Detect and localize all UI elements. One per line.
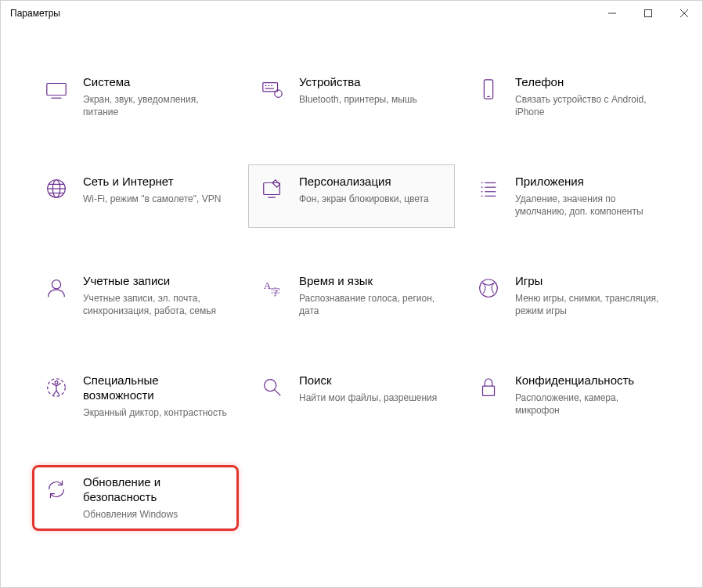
category-personalization[interactable]: Персонализация Фон, экран блокировки, цв… [248, 164, 455, 228]
category-title: Система [83, 75, 227, 90]
category-title: Время и язык [299, 274, 443, 289]
window-title: Параметры [10, 8, 60, 19]
category-time-language[interactable]: A字 Время и язык Распознавание голоса, ре… [248, 264, 455, 327]
category-subtitle: Bluetooth, принтеры, мышь [299, 93, 443, 106]
category-search[interactable]: Поиск Найти мои файлы, разрешения [248, 363, 455, 429]
category-title: Устройства [299, 75, 443, 90]
category-subtitle: Найти мои файлы, разрешения [299, 391, 443, 404]
language-icon: A字 [260, 276, 285, 301]
category-title: Телефон [515, 75, 659, 90]
category-gaming[interactable]: Игры Меню игры, снимки, трансляция, режи… [464, 264, 671, 327]
category-subtitle: Экран, звук, уведомления, питание [83, 93, 227, 118]
svg-line-36 [275, 390, 281, 396]
category-title: Обновление и безопасность [83, 475, 227, 505]
svg-point-32 [480, 280, 498, 298]
globe-icon [44, 176, 69, 201]
keyboard-icon [260, 77, 285, 102]
titlebar: Параметры [1, 1, 702, 26]
category-subtitle: Wi-Fi, режим "в самолете", VPN [83, 193, 227, 205]
svg-rect-6 [263, 83, 278, 92]
minimize-icon [608, 9, 616, 17]
category-accounts[interactable]: Учетные записи Учетные записи, эл. почта… [32, 264, 239, 327]
content-area: Система Экран, звук, уведомления, питани… [1, 26, 702, 587]
svg-rect-19 [264, 183, 280, 195]
svg-rect-4 [47, 84, 66, 96]
category-subtitle: Меню игры, снимки, трансляция, режим игр… [515, 292, 659, 317]
category-title: Приложения [515, 175, 659, 189]
settings-window: Параметры Система Экран, звук, уведо [0, 0, 703, 588]
svg-point-29 [52, 280, 60, 289]
category-title: Персонализация [299, 175, 443, 189]
svg-point-35 [265, 380, 276, 391]
search-icon [260, 375, 285, 400]
update-icon [44, 477, 69, 502]
category-subtitle: Распознавание голоса, регион, дата [299, 292, 443, 317]
category-subtitle: Расположение, камера, микрофон [515, 391, 659, 417]
category-system[interactable]: Система Экран, звук, уведомления, питани… [32, 65, 239, 128]
ease-of-access-icon [44, 375, 69, 400]
category-apps[interactable]: Приложения Удаление, значения по умолчан… [464, 164, 671, 228]
apps-icon [476, 176, 501, 201]
lock-icon [476, 375, 501, 400]
maximize-icon [644, 9, 652, 17]
category-title: Игры [515, 274, 659, 289]
person-icon [44, 276, 69, 301]
category-title: Конфиденциальность [515, 373, 659, 388]
svg-rect-1 [645, 10, 652, 17]
paint-icon [260, 176, 285, 201]
category-subtitle: Экранный диктор, контрастность [83, 406, 227, 419]
svg-rect-37 [483, 387, 495, 396]
close-button[interactable] [666, 1, 702, 26]
category-network[interactable]: Сеть и Интернет Wi-Fi, режим "в самолете… [32, 164, 239, 228]
minimize-button[interactable] [594, 1, 630, 26]
svg-rect-12 [484, 80, 492, 99]
category-title: Специальные возможности [83, 373, 227, 403]
svg-point-7 [275, 90, 282, 97]
category-subtitle: Фон, экран блокировки, цвета [299, 193, 443, 205]
window-controls [594, 1, 702, 26]
category-title: Сеть и Интернет [83, 175, 227, 189]
category-subtitle: Учетные записи, эл. почта, синхронизация… [83, 292, 227, 317]
category-subtitle: Удаление, значения по умолчанию, доп. ко… [515, 193, 659, 218]
category-subtitle: Обновления Windows [83, 508, 227, 521]
category-subtitle: Связать устройство с Android, iPhone [515, 93, 659, 118]
category-update-security[interactable]: Обновление и безопасность Обновления Win… [32, 465, 239, 531]
svg-point-34 [55, 381, 58, 384]
category-ease-of-access[interactable]: Специальные возможности Экранный диктор,… [32, 363, 239, 429]
category-title: Поиск [299, 373, 443, 388]
category-privacy[interactable]: Конфиденциальность Расположение, камера,… [464, 363, 671, 429]
category-phone[interactable]: Телефон Связать устройство с Android, iP… [464, 65, 671, 128]
category-devices[interactable]: Устройства Bluetooth, принтеры, мышь [248, 65, 455, 128]
close-icon [680, 9, 688, 17]
phone-icon [476, 77, 501, 102]
xbox-icon [476, 276, 501, 301]
maximize-button[interactable] [630, 1, 666, 26]
display-icon [44, 77, 69, 102]
categories-grid: Система Экран, звук, уведомления, питани… [32, 65, 671, 531]
svg-text:字: 字 [271, 287, 280, 298]
category-title: Учетные записи [83, 274, 227, 289]
